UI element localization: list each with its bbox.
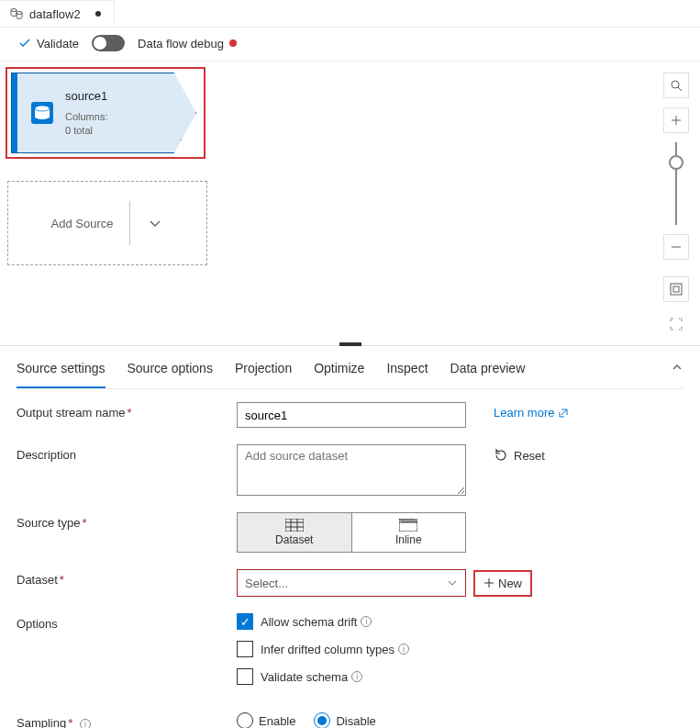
minus-icon [671, 241, 682, 252]
sampling-label: Sampling* i [17, 712, 237, 728]
allow-schema-drift-checkbox[interactable]: ✓ [237, 613, 253, 630]
learn-more-link[interactable]: Learn more [494, 402, 569, 420]
fit-screen-button[interactable] [663, 276, 689, 302]
svg-rect-8 [285, 519, 304, 532]
chevron-up-icon [671, 361, 683, 374]
sampling-enable-radio[interactable]: Enable [237, 712, 295, 728]
debug-status-icon [229, 39, 237, 47]
validate-schema-checkbox[interactable] [237, 668, 253, 685]
search-canvas-button[interactable] [663, 73, 689, 98]
zoom-slider-thumb[interactable] [669, 155, 683, 170]
dataflow-canvas[interactable]: source1 Columns: 0 total + Add Source [0, 62, 700, 346]
plus-icon [483, 577, 494, 588]
editor-tab-dataflow[interactable]: dataflow2 [0, 0, 115, 27]
tab-inspect[interactable]: Inspect [386, 355, 428, 388]
tab-optimize[interactable]: Optimize [314, 355, 364, 388]
plus-icon [671, 115, 682, 126]
source-type-dataset-label: Dataset [275, 533, 313, 546]
source-type-label: Source type* [17, 512, 237, 530]
source-columns-label: Columns: [65, 111, 107, 122]
reset-icon [494, 448, 508, 463]
svg-rect-6 [671, 284, 682, 295]
source-columns-count: 0 total [65, 125, 93, 136]
description-label: Description [17, 444, 237, 462]
table-icon [285, 519, 304, 532]
allow-schema-drift-label: Allow schema drift [261, 615, 357, 629]
dataset-label: Dataset* [17, 569, 237, 587]
zoom-in-button[interactable] [663, 107, 689, 133]
validate-schema-label: Validate schema [261, 670, 348, 684]
zoom-out-button[interactable] [663, 234, 689, 260]
infer-drifted-label: Infer drifted column types [261, 643, 394, 656]
collapse-panel-button[interactable] [671, 361, 683, 376]
search-icon [670, 79, 683, 92]
source-type-group: Dataset Inline [237, 512, 466, 553]
dataflow-icon [9, 6, 24, 21]
tab-projection[interactable]: Projection [235, 355, 292, 388]
chevron-down-icon[interactable] [147, 215, 163, 231]
reset-label: Reset [514, 449, 545, 463]
settings-panel: Source settings Source options Projectio… [0, 346, 700, 728]
tab-source-options[interactable]: Source options [128, 355, 213, 388]
source-type-inline[interactable]: Inline [351, 513, 466, 552]
chevron-down-icon [447, 577, 458, 588]
validate-button[interactable]: Validate [18, 37, 79, 50]
tab-source-settings[interactable]: Source settings [17, 355, 106, 388]
description-input[interactable] [237, 444, 466, 496]
info-icon[interactable]: i [361, 616, 372, 627]
svg-point-0 [11, 9, 17, 12]
source-type-inline-label: Inline [395, 533, 422, 546]
new-button-label: New [498, 577, 522, 590]
editor-tab-label: dataflow2 [29, 7, 81, 21]
fit-icon [670, 283, 683, 296]
add-source-button[interactable]: Add Source [7, 181, 207, 265]
check-icon [18, 37, 31, 50]
output-stream-label: Output stream name* [17, 402, 237, 420]
toolbar: Validate Data flow debug [0, 28, 700, 62]
inline-icon [399, 519, 417, 532]
add-source-label: Add Source [51, 217, 130, 230]
dataset-select-placeholder: Select... [245, 577, 288, 590]
reset-button[interactable]: Reset [494, 444, 545, 463]
add-step-plus-icon[interactable]: + [180, 134, 186, 147]
source-node-title: source1 [65, 89, 107, 103]
learn-more-label: Learn more [494, 406, 554, 420]
options-label: Options [17, 613, 237, 631]
svg-rect-7 [673, 286, 679, 292]
debug-label-wrap: Data flow debug [138, 37, 237, 50]
dataset-select[interactable]: Select... [237, 569, 466, 597]
new-button-highlight: New [473, 570, 532, 597]
source-node[interactable]: source1 Columns: 0 total + [11, 73, 196, 153]
database-icon [30, 99, 54, 127]
zoom-slider[interactable] [675, 142, 677, 225]
unsaved-dot-icon [95, 11, 101, 17]
external-link-icon [558, 408, 569, 419]
info-icon[interactable]: i [398, 644, 409, 655]
validate-label: Validate [37, 37, 79, 50]
info-icon[interactable]: i [351, 671, 362, 682]
output-stream-input[interactable] [237, 402, 466, 428]
info-icon[interactable]: i [80, 719, 91, 728]
canvas-tools [663, 73, 689, 346]
infer-drifted-checkbox[interactable] [237, 641, 253, 657]
panel-tabs: Source settings Source options Projectio… [17, 355, 683, 389]
sampling-enable-label: Enable [259, 714, 295, 728]
debug-label: Data flow debug [138, 37, 224, 50]
source-node-highlight: source1 Columns: 0 total + [6, 67, 206, 159]
debug-toggle[interactable] [92, 35, 125, 51]
fullscreen-icon [670, 318, 683, 330]
fullscreen-button[interactable] [663, 311, 689, 337]
source-node-text: source1 Columns: 0 total [65, 89, 107, 137]
tab-data-preview[interactable]: Data preview [450, 355, 526, 388]
source-settings-form: Output stream name* Learn more Descripti… [17, 389, 683, 728]
sampling-disable-label: Disable [336, 714, 375, 728]
divider [129, 201, 130, 245]
sampling-disable-radio[interactable]: Disable [314, 712, 375, 728]
svg-point-5 [672, 81, 679, 88]
new-dataset-button[interactable]: New [478, 575, 528, 592]
source-type-dataset[interactable]: Dataset [238, 513, 351, 552]
svg-point-1 [17, 12, 22, 15]
editor-tabs: dataflow2 [0, 0, 700, 28]
